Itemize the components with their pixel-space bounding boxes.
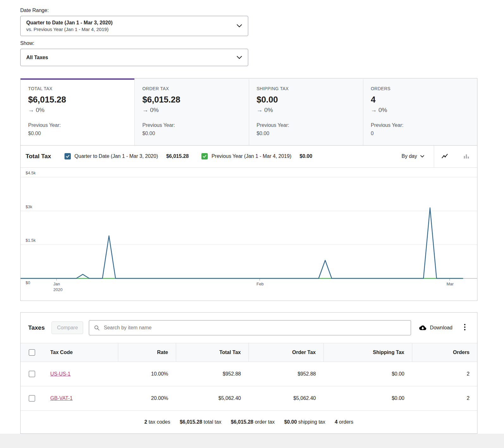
chart-title: Total Tax [26, 153, 51, 160]
summary-card-shipping-tax[interactable]: SHIPPING TAX $0.00 → 0% Previous Year: $… [249, 78, 363, 145]
interval-dropdown[interactable]: By day [400, 153, 434, 159]
order-tax-cell: $952.88 [249, 362, 323, 386]
column-header-shipping-tax[interactable]: Shipping Tax [323, 343, 412, 362]
cloud-download-icon [419, 324, 427, 331]
card-prev-label: Previous Year: [371, 121, 470, 129]
show-filter-label: Show: [20, 40, 477, 46]
svg-text:$3k: $3k [26, 204, 32, 209]
shipping-tax-cell: $0.00 [323, 362, 412, 386]
legend-item-previous-year[interactable]: Previous Year (Jan 1 - Mar 4, 2019) $0.0… [201, 153, 312, 159]
card-value: 4 [371, 95, 470, 105]
table-title: Taxes [28, 324, 45, 331]
card-delta: → 0% [371, 107, 470, 114]
show-filter-dropdown[interactable]: All Taxes [20, 49, 248, 66]
search-icon [94, 325, 100, 331]
show-filter-value: All Taxes [26, 54, 48, 61]
summary-card-orders[interactable]: ORDERS 4 → 0% Previous Year: 0 [363, 78, 477, 145]
download-button[interactable]: Download [417, 323, 454, 333]
card-prev-label: Previous Year: [28, 121, 127, 129]
table-row: GB-VAT-1 20.00% $5,062.40 $5,062.40 $0.0… [21, 386, 477, 410]
row-checkbox[interactable] [29, 395, 35, 401]
card-delta: → 0% [142, 107, 241, 114]
card-value: $6,015.28 [28, 95, 127, 105]
rate-cell: 10.00% [118, 362, 176, 386]
taxes-table: Tax Code Rate Total Tax Order Tax Shippi… [21, 343, 477, 411]
column-header-orders[interactable]: Orders [412, 343, 477, 362]
bar-chart-icon [463, 152, 470, 160]
svg-text:$0: $0 [26, 280, 30, 285]
ellipsis-vertical-icon [464, 323, 466, 331]
row-checkbox[interactable] [29, 371, 35, 377]
svg-text:$4.5k: $4.5k [26, 171, 36, 175]
compare-button[interactable]: Compare [52, 321, 83, 334]
card-prev-value: $0.00 [257, 129, 355, 138]
summary-card-order-tax[interactable]: ORDER TAX $6,015.28 → 0% Previous Year: … [134, 78, 249, 145]
summary-orders: 4 orders [335, 419, 353, 425]
card-value: $0.00 [257, 95, 355, 105]
tax-code-link[interactable]: GB-VAT-1 [50, 395, 73, 401]
bar-chart-toggle-button[interactable] [456, 146, 477, 167]
card-label: SHIPPING TAX [257, 86, 355, 91]
table-header-row: Tax Code Rate Total Tax Order Tax Shippi… [21, 343, 477, 362]
svg-text:Jan: Jan [53, 282, 60, 286]
date-range-compare-value: vs. Previous Year (Jan 1 - Mar 4, 2019) [26, 26, 113, 33]
checked-checkbox-icon [201, 153, 208, 159]
more-options-button[interactable] [460, 321, 470, 334]
search-input[interactable] [103, 325, 406, 331]
summary-tax-codes: 2 tax codes [144, 419, 170, 425]
taxes-table-panel: Taxes Compare Download Tax C [20, 312, 477, 434]
total-tax-cell: $5,062.40 [176, 386, 249, 410]
line-chart-toggle-button[interactable] [434, 146, 456, 167]
chevron-down-icon [237, 24, 242, 28]
date-range-value: Quarter to Date (Jan 1 - Mar 3, 2020) [26, 19, 113, 26]
tax-code-link[interactable]: US-US-1 [50, 371, 71, 376]
column-header-total-tax[interactable]: Total Tax [176, 343, 249, 362]
card-prev-value: $0.00 [142, 129, 241, 138]
summary-shipping-tax: $0.00 shipping tax [284, 419, 325, 425]
svg-text:$1.5k: $1.5k [26, 238, 36, 243]
card-label: TOTAL TAX [28, 86, 127, 91]
legend-item-current-period[interactable]: Quarter to Date (Jan 1 - Mar 3, 2020) $6… [65, 153, 189, 159]
column-header-rate[interactable]: Rate [118, 343, 176, 362]
column-header-order-tax[interactable]: Order Tax [249, 343, 323, 362]
taxes-table-header: Taxes Compare Download [21, 313, 477, 343]
card-prev-value: $0.00 [28, 129, 127, 138]
svg-text:Feb: Feb [256, 282, 263, 286]
card-value: $6,015.28 [142, 95, 241, 105]
select-all-checkbox[interactable] [29, 349, 35, 356]
svg-text:Mar: Mar [446, 282, 454, 286]
line-chart-icon [441, 152, 449, 160]
card-delta: → 0% [257, 107, 355, 114]
table-row: US-US-1 10.00% $952.88 $952.88 $0.00 2 [21, 362, 477, 386]
total-tax-chart-panel: Total Tax Quarter to Date (Jan 1 - Mar 3… [20, 145, 477, 301]
shipping-tax-cell: $0.00 [323, 386, 412, 410]
table-summary: 2 tax codes $6,015.28 total tax $6,015.2… [21, 411, 477, 433]
summary-total-tax: $6,015.28 total tax [180, 419, 221, 425]
chart-header: Total Tax Quarter to Date (Jan 1 - Mar 3… [21, 146, 477, 168]
date-range-dropdown-text: Quarter to Date (Jan 1 - Mar 3, 2020) vs… [26, 19, 113, 33]
date-range-label: Date Range: [20, 8, 477, 13]
date-range-dropdown[interactable]: Quarter to Date (Jan 1 - Mar 3, 2020) vs… [20, 16, 248, 36]
orders-cell: 2 [412, 386, 477, 410]
legend-total: $0.00 [299, 153, 312, 159]
tax-chart-svg[interactable]: $4.5k$3k$1.5k$0Jan2020FebMar [21, 168, 477, 301]
card-prev-label: Previous Year: [142, 121, 241, 129]
chevron-down-icon [237, 56, 242, 59]
card-label: ORDERS [371, 86, 470, 91]
checked-checkbox-icon [65, 153, 71, 159]
search-box [89, 320, 411, 335]
taxes-report-page: Date Range: Quarter to Date (Jan 1 - Mar… [0, 0, 504, 434]
legend-label: Quarter to Date (Jan 1 - Mar 3, 2020) [75, 153, 158, 159]
orders-cell: 2 [412, 362, 477, 386]
download-label: Download [430, 325, 452, 331]
column-header-tax-code[interactable]: Tax Code [43, 343, 118, 362]
total-tax-cell: $952.88 [176, 362, 249, 386]
order-tax-cell: $5,062.40 [249, 386, 323, 410]
summary-card-total-tax[interactable]: TOTAL TAX $6,015.28 → 0% Previous Year: … [21, 78, 134, 145]
interval-value: By day [402, 153, 417, 159]
card-label: ORDER TAX [142, 86, 241, 91]
summary-cards: TOTAL TAX $6,015.28 → 0% Previous Year: … [20, 78, 477, 145]
legend-label: Previous Year (Jan 1 - Mar 4, 2019) [212, 153, 292, 159]
svg-text:2020: 2020 [53, 287, 63, 292]
legend-total: $6,015.28 [166, 153, 189, 159]
